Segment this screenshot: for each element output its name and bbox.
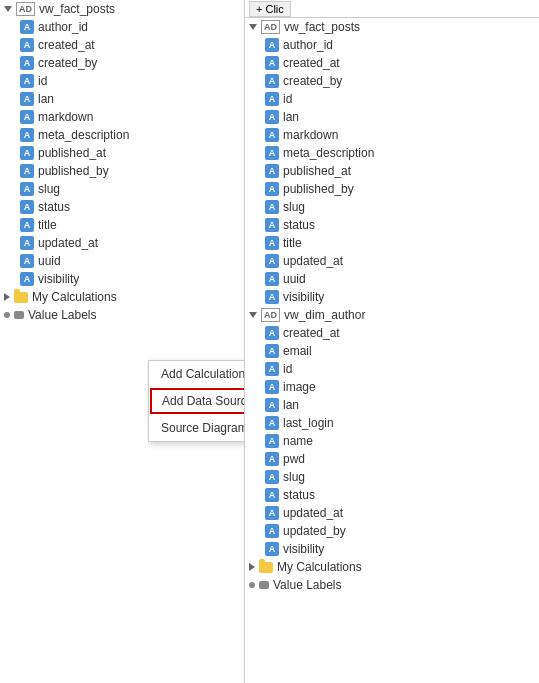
- ad-badge-right2: AD: [261, 308, 280, 322]
- left-table-header[interactable]: AD vw_fact_posts: [0, 0, 244, 18]
- r1-visibility[interactable]: A visibility: [245, 288, 539, 306]
- r2-updated_at[interactable]: A updated_at: [245, 504, 539, 522]
- my-calculations-right[interactable]: My Calculations: [245, 558, 539, 576]
- r1-created_at[interactable]: A created_at: [245, 54, 539, 72]
- top-bar: + Clic: [245, 0, 539, 18]
- add-data-source-menu-item[interactable]: Add Data Source...: [150, 388, 245, 414]
- field-type-icon: A: [20, 236, 34, 250]
- field-type-icon: A: [20, 110, 34, 124]
- r1-published_by[interactable]: A published_by: [245, 180, 539, 198]
- folder-icon-right: [259, 562, 273, 573]
- field-type-icon: A: [20, 38, 34, 52]
- expand-icon-right: [249, 563, 255, 571]
- r2-name[interactable]: A name: [245, 432, 539, 450]
- ad-badge-right1: AD: [261, 20, 280, 34]
- my-calculations-label-right: My Calculations: [277, 560, 362, 574]
- field-published_at-left[interactable]: A published_at: [0, 144, 244, 162]
- r1-markdown[interactable]: A markdown: [245, 126, 539, 144]
- add-calculation-menu-item[interactable]: Add Calculation...: [149, 361, 245, 387]
- value-labels-right[interactable]: Value Labels: [245, 576, 539, 594]
- left-panel: AD vw_fact_posts A author_id A created_a…: [0, 0, 245, 683]
- value-labels-label-right: Value Labels: [273, 578, 342, 592]
- r2-slug[interactable]: A slug: [245, 468, 539, 486]
- r2-created_at[interactable]: A created_at: [245, 324, 539, 342]
- collapse-icon-right2: [249, 312, 257, 318]
- field-type-icon: A: [20, 146, 34, 160]
- right-table2-header[interactable]: AD vw_dim_author: [245, 306, 539, 324]
- field-lan-left[interactable]: A lan: [0, 90, 244, 108]
- r2-pwd[interactable]: A pwd: [245, 450, 539, 468]
- r1-status[interactable]: A status: [245, 216, 539, 234]
- r1-meta_description[interactable]: A meta_description: [245, 144, 539, 162]
- field-created_by-left[interactable]: A created_by: [0, 54, 244, 72]
- value-labels-left[interactable]: Value Labels: [0, 306, 244, 324]
- r2-email[interactable]: A email: [245, 342, 539, 360]
- r1-slug[interactable]: A slug: [245, 198, 539, 216]
- r1-uuid[interactable]: A uuid: [245, 270, 539, 288]
- field-author_id-left[interactable]: A author_id: [0, 18, 244, 36]
- field-type-icon: A: [20, 254, 34, 268]
- field-type-icon: A: [20, 164, 34, 178]
- field-status-left[interactable]: A status: [0, 198, 244, 216]
- right-table1-header[interactable]: AD vw_fact_posts: [245, 18, 539, 36]
- field-markdown-left[interactable]: A markdown: [0, 108, 244, 126]
- r2-image[interactable]: A image: [245, 378, 539, 396]
- field-published_by-left[interactable]: A published_by: [0, 162, 244, 180]
- context-menu: Add Calculation... Add Data Source... So…: [148, 360, 245, 442]
- field-slug-left[interactable]: A slug: [0, 180, 244, 198]
- r2-status[interactable]: A status: [245, 486, 539, 504]
- right-table2-name: vw_dim_author: [284, 308, 365, 322]
- r2-lan[interactable]: A lan: [245, 396, 539, 414]
- collapse-icon-right1: [249, 24, 257, 30]
- field-id-left[interactable]: A id: [0, 72, 244, 90]
- value-labels-label-left: Value Labels: [28, 308, 97, 322]
- r1-published_at[interactable]: A published_at: [245, 162, 539, 180]
- field-title-left[interactable]: A title: [0, 216, 244, 234]
- field-type-icon: A: [20, 200, 34, 214]
- r2-updated_by[interactable]: A updated_by: [245, 522, 539, 540]
- field-created_at-left[interactable]: A created_at: [0, 36, 244, 54]
- r2-last_login[interactable]: A last_login: [245, 414, 539, 432]
- r1-author_id[interactable]: A author_id: [245, 36, 539, 54]
- right-panel: + Clic AD vw_fact_posts A author_id A cr…: [245, 0, 539, 683]
- field-uuid-left[interactable]: A uuid: [0, 252, 244, 270]
- expand-icon: [4, 293, 10, 301]
- left-table-name: vw_fact_posts: [39, 2, 115, 16]
- r2-visibility[interactable]: A visibility: [245, 540, 539, 558]
- main-container: AD vw_fact_posts A author_id A created_a…: [0, 0, 539, 683]
- r2-id[interactable]: A id: [245, 360, 539, 378]
- field-type-icon: A: [20, 56, 34, 70]
- field-meta_description-left[interactable]: A meta_description: [0, 126, 244, 144]
- field-type-icon: A: [20, 272, 34, 286]
- r1-updated_at[interactable]: A updated_at: [245, 252, 539, 270]
- field-updated_at-left[interactable]: A updated_at: [0, 234, 244, 252]
- field-type-icon: A: [20, 20, 34, 34]
- my-calculations-left[interactable]: My Calculations: [0, 288, 244, 306]
- field-type-icon: A: [20, 218, 34, 232]
- r1-id[interactable]: A id: [245, 90, 539, 108]
- field-type-icon: A: [20, 92, 34, 106]
- my-calculations-label-left: My Calculations: [32, 290, 117, 304]
- r1-lan[interactable]: A lan: [245, 108, 539, 126]
- field-type-icon: A: [20, 182, 34, 196]
- r1-created_by[interactable]: A created_by: [245, 72, 539, 90]
- click-button[interactable]: + Clic: [249, 1, 291, 17]
- right-table1-name: vw_fact_posts: [284, 20, 360, 34]
- r1-title[interactable]: A title: [245, 234, 539, 252]
- field-visibility-left[interactable]: A visibility: [0, 270, 244, 288]
- collapse-icon: [4, 6, 12, 12]
- source-diagram-menu-item[interactable]: Source Diagram...: [149, 415, 245, 441]
- field-type-icon: A: [20, 74, 34, 88]
- folder-icon: [14, 292, 28, 303]
- field-type-icon: A: [20, 128, 34, 142]
- ad-badge-left: AD: [16, 2, 35, 16]
